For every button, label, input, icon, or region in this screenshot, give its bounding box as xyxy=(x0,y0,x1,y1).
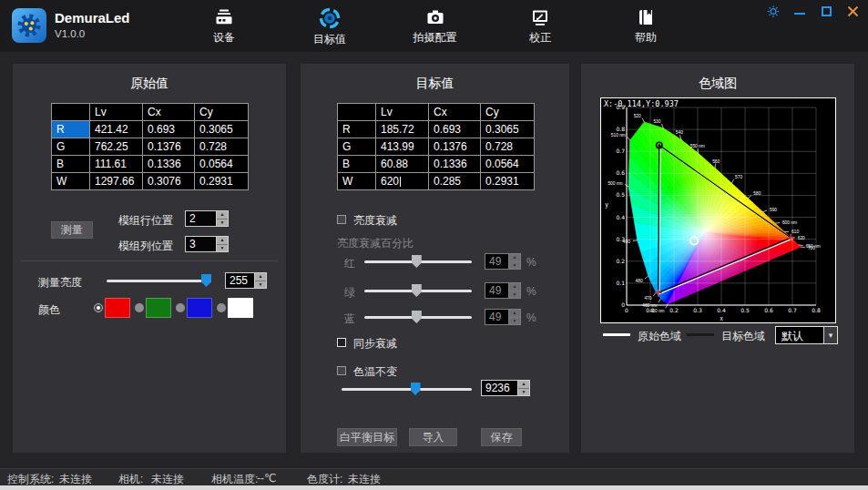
cell-w-cy[interactable]: 0.2931 xyxy=(195,173,249,190)
cell-w-lv-editing[interactable]: 620 xyxy=(376,173,429,190)
sync-decay-checkbox[interactable] xyxy=(337,338,346,347)
red-decay-slider[interactable] xyxy=(364,254,472,269)
minimize-button[interactable] xyxy=(793,5,806,17)
cell-r-cx[interactable]: 0.693 xyxy=(143,121,195,138)
row-label-w[interactable]: W xyxy=(52,173,90,190)
blue-decay-slider[interactable] xyxy=(364,310,472,324)
color-swatch-red[interactable] xyxy=(105,298,130,318)
row-label-r[interactable]: R xyxy=(338,121,376,138)
cell-g-cx[interactable]: 0.1376 xyxy=(429,138,481,156)
spin-up-icon[interactable]: ▲ xyxy=(255,273,266,281)
slider-handle[interactable] xyxy=(412,311,422,323)
slider-handle[interactable] xyxy=(411,383,421,395)
table-row[interactable]: R 421.42 0.693 0.3065 xyxy=(52,121,249,138)
color-temp-checkbox[interactable] xyxy=(337,366,346,375)
measure-brightness-spinner[interactable]: 255 ▲ ▼ xyxy=(225,272,267,289)
cell-b-cy[interactable]: 0.0564 xyxy=(481,156,535,173)
cell-b-lv[interactable]: 111.61 xyxy=(90,156,143,173)
cell-w-cx[interactable]: 0.285 xyxy=(429,173,481,190)
cell-r-cx[interactable]: 0.693 xyxy=(429,121,481,138)
nav-item-capture-config[interactable]: 拍摄配置 xyxy=(403,6,468,47)
import-button[interactable]: 导入 xyxy=(409,428,457,446)
cell-g-lv[interactable]: 762.25 xyxy=(90,138,143,156)
cell-r-cy[interactable]: 0.3065 xyxy=(195,121,249,138)
color-swatch-green[interactable] xyxy=(146,298,171,318)
table-row[interactable]: B 111.61 0.1336 0.0564 xyxy=(52,156,249,173)
measure-brightness-slider[interactable] xyxy=(107,273,207,288)
color-radio-white[interactable] xyxy=(217,303,226,312)
table-row[interactable]: G 762.25 0.1376 0.728 xyxy=(52,138,249,156)
row-label-w[interactable]: W xyxy=(338,173,376,190)
row-label-g[interactable]: G xyxy=(52,138,90,156)
module-col-position-spinner[interactable]: 3 ▲ ▼ xyxy=(185,236,229,252)
gamut-preset-dropdown[interactable]: 默认 ▾ xyxy=(775,326,838,344)
nav-item-calibration[interactable]: 校正 xyxy=(507,6,573,47)
spin-up-icon: ▲ xyxy=(509,310,520,318)
module-row-position-spinner[interactable]: 2 ▲ ▼ xyxy=(185,210,229,227)
green-decay-value: 49 xyxy=(485,283,508,298)
color-swatch-white[interactable] xyxy=(228,298,253,318)
color-temp-spinner[interactable]: 9236 ▲ ▼ xyxy=(481,380,530,396)
color-temp-slider[interactable] xyxy=(342,382,472,396)
table-row[interactable]: W 620 0.285 0.2931 xyxy=(338,173,535,190)
spin-up-icon[interactable]: ▲ xyxy=(518,381,529,389)
cell-b-cx[interactable]: 0.1336 xyxy=(143,156,195,173)
save-button[interactable]: 保存 xyxy=(481,428,522,446)
cell-g-cx[interactable]: 0.1376 xyxy=(143,138,195,156)
nav-label-capture-config: 拍摄配置 xyxy=(414,30,457,46)
slider-handle[interactable] xyxy=(201,274,211,287)
row-label-g[interactable]: G xyxy=(338,138,376,156)
color-label: 颜色 xyxy=(38,302,60,318)
statusbar: 控制系统: 未连接 相机: 未连接 相机温度: --℃ 色度计: 未连接 xyxy=(0,468,868,485)
cell-w-cy[interactable]: 0.2931 xyxy=(481,173,535,190)
spin-up-icon[interactable]: ▲ xyxy=(217,211,228,219)
cell-r-lv[interactable]: 421.42 xyxy=(90,121,143,138)
slider-handle[interactable] xyxy=(412,255,422,268)
maximize-button[interactable] xyxy=(820,5,832,17)
spin-up-icon[interactable]: ▲ xyxy=(217,237,228,245)
brightness-decay-checkbox[interactable] xyxy=(337,215,346,224)
white-balance-target-button[interactable]: 白平衡目标 xyxy=(337,428,397,446)
nav-item-target-active[interactable]: 目标值 xyxy=(297,6,363,47)
spin-down-icon[interactable]: ▼ xyxy=(217,245,228,252)
red-decay-spinner: 49 ▲ ▼ xyxy=(485,253,521,270)
table-row[interactable]: W 1297.66 0.3076 0.2931 xyxy=(52,173,249,190)
color-swatch-blue[interactable] xyxy=(187,298,212,318)
app-title: DemuraLed xyxy=(55,10,130,26)
cell-g-cy[interactable]: 0.728 xyxy=(481,138,535,156)
svg-text:570: 570 xyxy=(735,175,742,179)
svg-text:530: 530 xyxy=(653,119,660,124)
spinner-buttons: ▲ ▼ xyxy=(508,254,520,269)
measure-button[interactable]: 测量 xyxy=(51,221,93,239)
row-label-b[interactable]: B xyxy=(338,156,376,173)
spin-down-icon[interactable]: ▼ xyxy=(217,219,228,227)
cell-w-lv[interactable]: 1297.66 xyxy=(90,173,143,190)
color-radio-blue[interactable] xyxy=(176,303,185,312)
row-label-b[interactable]: B xyxy=(52,156,90,173)
cie-chromaticity-chart[interactable]: 00.10.20.30.40.50.60.70.800.10.20.30.40.… xyxy=(600,97,836,323)
nav-item-help[interactable]: 帮助 xyxy=(613,6,679,47)
cell-w-cx[interactable]: 0.3076 xyxy=(143,173,195,190)
table-row[interactable]: R 185.72 0.693 0.3065 xyxy=(338,121,535,138)
svg-text:0.5: 0.5 xyxy=(740,307,750,313)
table-row[interactable]: B 60.88 0.1336 0.0564 xyxy=(338,156,535,173)
brightness-decay-label: 亮度衰减 xyxy=(353,213,397,229)
app-logo-icon xyxy=(12,8,46,43)
spin-down-icon[interactable]: ▼ xyxy=(518,389,529,396)
cell-b-cy[interactable]: 0.0564 xyxy=(195,156,249,173)
cell-g-cy[interactable]: 0.728 xyxy=(195,138,249,156)
green-decay-slider[interactable] xyxy=(364,283,472,298)
slider-handle[interactable] xyxy=(412,284,422,297)
spin-down-icon[interactable]: ▼ xyxy=(255,281,266,289)
table-row[interactable]: G 413.99 0.1376 0.728 xyxy=(338,138,535,156)
cell-b-cx[interactable]: 0.1336 xyxy=(429,156,481,173)
settings-gear-icon[interactable] xyxy=(767,5,780,17)
nav-item-device[interactable]: 设备 xyxy=(191,6,257,47)
color-radio-green[interactable] xyxy=(135,303,144,312)
dropdown-arrow-icon[interactable]: ▾ xyxy=(823,327,837,343)
cell-r-cy[interactable]: 0.3065 xyxy=(481,121,535,138)
row-label-r-selected[interactable]: R xyxy=(52,121,90,138)
color-radio-red[interactable] xyxy=(94,303,103,312)
close-button[interactable] xyxy=(846,5,859,17)
header-lv: Lv xyxy=(376,104,429,121)
